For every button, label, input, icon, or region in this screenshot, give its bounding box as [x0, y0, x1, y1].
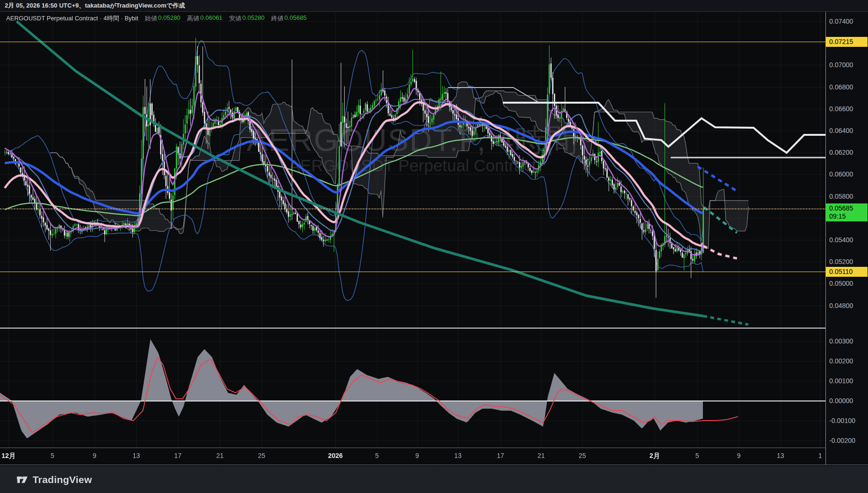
- price-tick: 0.05200: [829, 258, 853, 265]
- ohlc-label: 安値: [229, 14, 241, 23]
- time-tick: 9: [737, 452, 741, 459]
- time-tick: 25: [258, 452, 265, 459]
- time-tick: 13: [132, 452, 140, 459]
- osc-tick: -0.00100: [829, 417, 855, 424]
- level-label-resistance: 0.07215: [826, 37, 868, 47]
- price-axis[interactable]: 0.074000.070000.068000.066000.064000.062…: [826, 12, 868, 465]
- snapshot-created-text: 2月 05, 2026 16:50 UTC+9、takatabaがTrading…: [5, 1, 185, 10]
- last-price-label: 0.0568509:15: [826, 203, 868, 221]
- brand-bar: TradingView: [0, 466, 868, 493]
- time-tick: 25: [579, 452, 586, 459]
- time-tick: 9: [415, 452, 419, 459]
- price-tick: 0.05000: [829, 280, 853, 287]
- price-tick: 0.05800: [829, 193, 853, 200]
- ohlc-label: 終値: [271, 14, 283, 23]
- legend-ohlc-3: 終値0.05685: [271, 14, 307, 23]
- level-label-support: 0.05110: [826, 267, 868, 277]
- time-axis[interactable]: 12月5913172125202659131721252月59131: [0, 448, 825, 465]
- time-tick: 5: [375, 452, 379, 459]
- time-tick: 12月: [1, 452, 16, 460]
- osc-tick: -0.00200: [829, 437, 855, 444]
- ohlc-value: 0.06061: [200, 14, 222, 23]
- time-tick: 21: [537, 452, 545, 459]
- time-tick: 5: [51, 452, 54, 459]
- time-tick: 2月: [649, 452, 660, 460]
- time-tick: 2026: [328, 452, 342, 459]
- price-tick: 0.06200: [829, 149, 853, 156]
- ohlc-value: 0.05280: [242, 14, 264, 23]
- price-tick: 0.06800: [829, 83, 853, 91]
- osc-tick: 0.00000: [829, 397, 853, 405]
- ohlc-label: 始値: [145, 14, 157, 23]
- osc-tick: 0.00300: [829, 337, 853, 345]
- time-tick: 9: [93, 452, 96, 459]
- legend-ohlc-1: 高値0.06061: [187, 14, 222, 23]
- price-tick: 0.06400: [829, 127, 853, 134]
- chart-canvas[interactable]: [0, 0, 868, 493]
- tradingview-logo-icon[interactable]: [16, 473, 28, 486]
- ohlc-value: 0.05685: [284, 14, 307, 23]
- legend-ohlc-0: 始値0.05280: [145, 14, 180, 23]
- time-tick: 13: [777, 452, 784, 459]
- price-tick: 0.04800: [829, 302, 853, 309]
- time-tick: 13: [454, 452, 462, 459]
- time-tick: 21: [216, 452, 224, 459]
- ohlc-label: 高値: [187, 14, 199, 23]
- time-tick: 1: [818, 452, 822, 459]
- price-tick: 0.07000: [829, 61, 853, 69]
- osc-tick: 0.00100: [829, 377, 853, 385]
- price-tick: 0.07400: [829, 18, 853, 25]
- legend-ohlc-2: 安値0.05280: [229, 14, 264, 23]
- time-tick: 17: [497, 452, 504, 459]
- price-tick: 0.06600: [829, 105, 853, 113]
- snapshot-header: 2月 05, 2026 16:50 UTC+9、takatabaがTrading…: [0, 0, 868, 12]
- time-tick: 5: [695, 452, 699, 459]
- symbol-title: AERGOUSDT Perpetual Contract · 4時間 · Byb…: [6, 14, 138, 23]
- tradingview-snapshot: 2月 05, 2026 16:50 UTC+9、takatabaがTrading…: [0, 0, 868, 493]
- price-tick: 0.06000: [829, 170, 853, 178]
- price-tick: 0.05400: [829, 236, 853, 244]
- ohlc-value: 0.05280: [158, 14, 180, 23]
- tradingview-brand-text[interactable]: TradingView: [33, 474, 92, 485]
- osc-tick: 0.00200: [829, 357, 853, 365]
- time-tick: 17: [174, 452, 182, 459]
- symbol-legend[interactable]: AERGOUSDT Perpetual Contract · 4時間 · Byb…: [6, 14, 307, 23]
